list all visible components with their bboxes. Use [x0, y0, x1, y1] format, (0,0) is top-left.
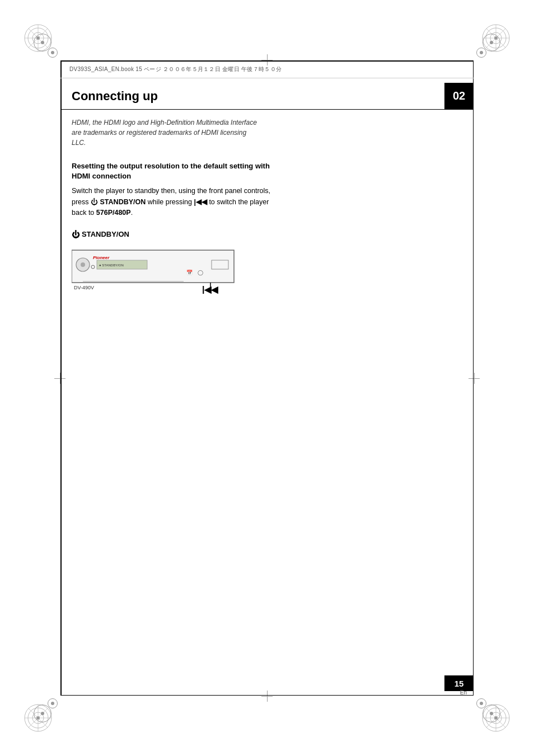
svg-text:◯: ◯ — [198, 270, 203, 276]
reg-inner-br — [476, 698, 486, 708]
section-heading: Resetting the output resolution to the d… — [72, 161, 273, 181]
power-symbol: ⏻ — [72, 230, 79, 239]
player-diagram: Pioneer ● STANDBY/ON 📅 ◯ — [72, 243, 251, 294]
reg-mark-br — [483, 705, 500, 722]
content-area: HDMI, the HDMI logo and High-Definition … — [72, 118, 462, 689]
svg-text:Pioneer: Pioneer — [93, 255, 110, 260]
trademark-text: HDMI, the HDMI logo and High-Definition … — [72, 118, 262, 148]
body-text-part2: while pressing — [146, 198, 194, 206]
chapter-title-box: Connecting up — [60, 89, 444, 104]
resolution-label: 576P/480P — [96, 209, 131, 217]
svg-text:|◀◀: |◀◀ — [202, 285, 218, 294]
page-container: DV393S_ASIA_EN.book 15 ページ ２００６年５月１２日 金曜… — [0, 0, 534, 756]
player-svg: Pioneer ● STANDBY/ON 📅 ◯ — [72, 243, 251, 294]
reg-inner-bl — [48, 698, 58, 708]
page-number-box: 15 — [444, 675, 474, 691]
svg-point-35 — [81, 262, 85, 267]
border-left — [60, 60, 62, 696]
border-right — [473, 60, 474, 696]
header-bar: DV393S_ASIA_EN.book 15 ページ ２００６年５月１２日 金曜… — [60, 60, 474, 78]
border-bottom — [60, 695, 474, 696]
body-text: Switch the player to standby then, using… — [72, 186, 284, 218]
cross-bottom-center — [261, 691, 273, 702]
svg-text:DV-490V: DV-490V — [74, 285, 94, 290]
chapter-title: Connecting up — [72, 89, 158, 104]
page-number: 15 — [455, 679, 464, 688]
chapter-heading: Connecting up 02 — [60, 83, 474, 110]
chapter-number-box: 02 — [444, 83, 474, 109]
power-icon-inline: ⏻ — [91, 198, 98, 206]
standby-on-diagram-label: STANDBY/ON — [82, 230, 129, 238]
skip-symbol-inline: |◀◀ — [194, 198, 207, 206]
body-period: . — [131, 209, 133, 217]
cross-right-center — [469, 373, 480, 384]
cross-left-center — [54, 373, 65, 384]
reg-inner-tr — [476, 48, 486, 58]
standby-label: ⏻ STANDBY/ON — [72, 230, 462, 239]
page-language: En — [460, 689, 467, 696]
svg-text:📅: 📅 — [186, 269, 193, 276]
standby-on-label: STANDBY/ON — [100, 198, 146, 206]
file-info: DV393S_ASIA_EN.book 15 ページ ２００６年５月１２日 金曜… — [69, 65, 282, 73]
svg-text:● STANDBY/ON: ● STANDBY/ON — [99, 264, 124, 267]
reg-inner-tl — [48, 48, 58, 58]
chapter-number: 02 — [453, 90, 465, 102]
